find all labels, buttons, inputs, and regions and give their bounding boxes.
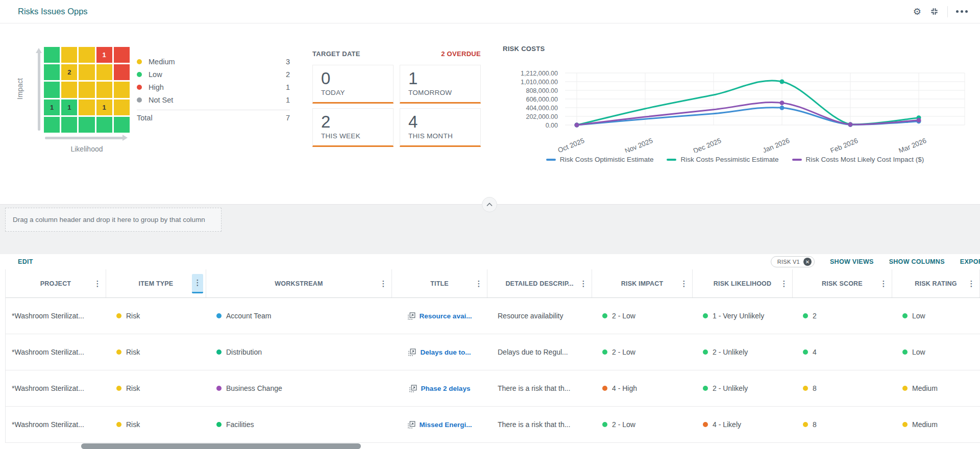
topbar-divider (947, 6, 948, 17)
column-header-risk-likelihood[interactable]: RISK LIKELIHOOD⋮ (693, 269, 793, 297)
column-header-title[interactable]: TITLE⋮ (392, 269, 487, 297)
target-date-title: TARGET DATE (312, 50, 360, 58)
status-dot-icon (703, 386, 708, 391)
column-menu-icon[interactable]: ⋮ (578, 274, 589, 293)
matrix-cell-r1c2[interactable] (79, 64, 94, 80)
table-row-4[interactable]: *Washroom Sterilizat...RiskFacilitiesMis… (6, 407, 980, 443)
column-menu-icon[interactable]: ⋮ (878, 274, 889, 293)
svg-text:202,000.00: 202,000.00 (526, 113, 558, 120)
matrix-cell-r4c4[interactable] (114, 117, 130, 133)
title-link[interactable]: Phase 2 delays (421, 385, 471, 392)
svg-text:Nov 2025: Nov 2025 (624, 137, 654, 153)
title-link[interactable]: Missed Energi... (420, 421, 472, 429)
ellipsis-menu-icon[interactable] (956, 10, 968, 13)
column-header-workstream[interactable]: WORKSTREAM⋮ (206, 269, 392, 297)
cell-workstream: Business Change (206, 370, 392, 406)
chart-legend-item[interactable]: Risk Costs Optimistic Estimate (546, 156, 654, 163)
chart-legend-item[interactable]: Risk Costs Pessimistic Estimate (667, 156, 778, 163)
matrix-cell-r3c4[interactable] (114, 99, 130, 115)
status-dot-icon (803, 313, 808, 318)
matrix-cell-r3c1[interactable]: 1 (61, 99, 77, 115)
column-menu-icon[interactable]: ⋮ (678, 274, 690, 293)
column-label: TITLE (430, 280, 449, 287)
card-tomorrow[interactable]: 1 TOMORROW (400, 65, 481, 104)
matrix-cell-r4c2[interactable] (79, 117, 94, 133)
cell-description: There is a risk that th... (487, 370, 592, 406)
matrix-cell-r0c3[interactable]: 1 (96, 47, 112, 63)
column-header-project[interactable]: PROJECT⋮ (6, 269, 106, 297)
title-link[interactable]: Resource avai... (420, 312, 472, 320)
card-this-week[interactable]: 2 THIS WEEK (312, 108, 394, 147)
matrix-cell-r1c1[interactable]: 2 (61, 64, 77, 80)
legend-item-low[interactable]: Low 2 (137, 68, 290, 81)
matrix-cell-r3c3[interactable]: 1 (96, 99, 112, 115)
title-link[interactable]: Delays due to... (420, 348, 471, 356)
open-item-icon[interactable] (408, 312, 415, 320)
gear-icon[interactable]: ⚙ (913, 7, 921, 16)
matrix-cell-r1c4[interactable] (114, 64, 130, 80)
matrix-cell-r2c1[interactable] (61, 82, 77, 97)
table-row-3[interactable]: *Washroom Sterilizat...RiskBusiness Chan… (6, 370, 980, 407)
card-today[interactable]: 0 TODAY (312, 65, 394, 104)
medium-dot-icon (137, 59, 142, 64)
matrix-cell-r4c0[interactable] (44, 117, 60, 133)
collapse-widget-icon[interactable] (929, 7, 939, 16)
export-button[interactable]: EXPORT (960, 258, 980, 265)
legend-item-not-set[interactable]: Not Set 1 (137, 93, 290, 106)
status-dot-icon (602, 386, 607, 391)
column-menu-icon[interactable]: ⋮ (966, 274, 977, 293)
matrix-cell-r0c0[interactable] (44, 47, 60, 63)
matrix-cell-r2c4[interactable] (114, 82, 130, 97)
column-header-risk-rating[interactable]: RISK RATING⋮ (892, 269, 980, 297)
cell-description: Delays due to Regul... (487, 334, 592, 370)
matrix-cell-r3c2[interactable] (79, 99, 94, 115)
matrix-cell-r3c0[interactable]: 1 (44, 99, 60, 115)
column-menu-icon[interactable]: ⋮ (473, 274, 484, 293)
horizontal-scrollbar-thumb[interactable] (81, 443, 361, 449)
card-this-month[interactable]: 4 THIS MONTH (400, 108, 481, 147)
chart-legend-item[interactable]: Risk Costs Most Likely Cost Impact ($) (792, 156, 924, 163)
cell-risk-rating: Medium (892, 370, 980, 406)
edit-button[interactable]: EDIT (18, 258, 33, 265)
column-header-item-type[interactable]: ITEM TYPE⋮ (106, 269, 206, 297)
remove-filter-icon[interactable]: ✕ (803, 258, 812, 266)
group-by-drop-zone[interactable]: Drag a column header and drop it here to… (5, 208, 222, 232)
column-menu-icon[interactable]: ⋮ (378, 274, 389, 293)
open-item-icon[interactable] (408, 348, 416, 356)
svg-text:Oct 2025: Oct 2025 (557, 137, 585, 153)
column-header-risk-impact[interactable]: RISK IMPACT⋮ (592, 269, 693, 297)
legend-item-medium[interactable]: Medium 3 (137, 55, 290, 68)
legend-label: High (149, 83, 164, 91)
matrix-cell-r2c0[interactable] (44, 82, 60, 97)
collapse-panel-button[interactable] (482, 197, 497, 212)
overdue-badge[interactable]: 2 OVERDUE (441, 50, 481, 58)
matrix-cell-r2c2[interactable] (79, 82, 94, 97)
show-columns-button[interactable]: SHOW COLUMNS (889, 258, 945, 265)
matrix-cell-r4c1[interactable] (61, 117, 77, 133)
matrix-cell-r0c1[interactable] (61, 47, 77, 63)
column-header-risk-score[interactable]: RISK SCORE⋮ (793, 269, 892, 297)
matrix-cell-r1c3[interactable] (96, 64, 112, 80)
status-dot-icon (116, 350, 121, 355)
matrix-cell-r1c0[interactable] (44, 64, 60, 80)
cell-risk-impact: 2 - Low (592, 334, 693, 370)
table-row-1[interactable]: *Washroom Sterilizat...RiskAccount TeamR… (6, 298, 980, 334)
column-menu-icon[interactable]: ⋮ (778, 274, 790, 293)
column-header-detailed-descrip-[interactable]: DETAILED DESCRIP...⋮ (487, 269, 592, 297)
status-dot-icon (803, 350, 808, 355)
legend-item-high[interactable]: High 1 (137, 81, 290, 93)
open-item-icon[interactable] (408, 421, 415, 429)
open-item-icon[interactable] (409, 385, 417, 392)
column-label: RISK LIKELIHOOD (714, 280, 771, 287)
matrix-cell-r0c4[interactable] (114, 47, 130, 63)
matrix-cell-r2c3[interactable] (96, 82, 112, 97)
matrix-cell-r0c2[interactable] (79, 47, 94, 63)
low-dot-icon (137, 72, 142, 77)
filter-chip-risk-v1[interactable]: RISK V1 ✕ (771, 256, 815, 267)
column-menu-icon[interactable]: ⋮ (92, 274, 103, 293)
table-row-2[interactable]: *Washroom Sterilizat...RiskDistributionD… (6, 334, 980, 370)
show-views-button[interactable]: SHOW VIEWS (830, 258, 874, 265)
column-menu-icon[interactable]: ⋮ (192, 274, 203, 293)
matrix-cell-r4c3[interactable] (96, 117, 112, 133)
svg-text:1,010,000.00: 1,010,000.00 (521, 79, 558, 86)
